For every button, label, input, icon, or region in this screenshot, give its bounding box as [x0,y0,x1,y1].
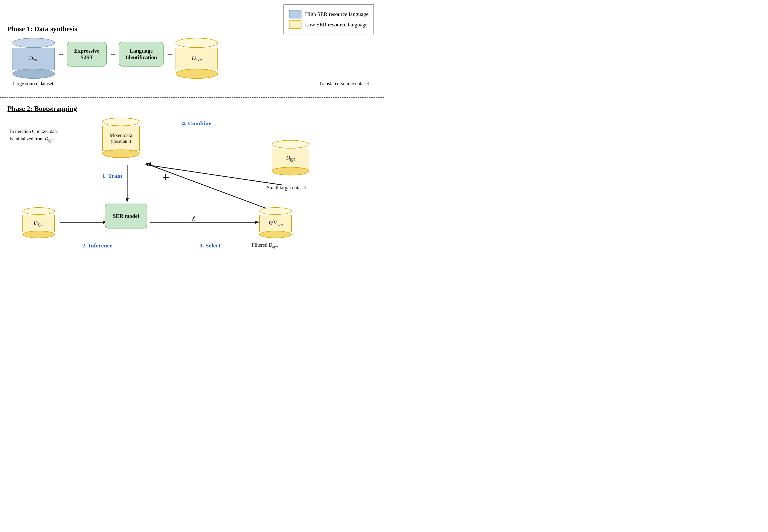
dsyn2-cylinder: Dsyn [22,207,55,238]
small-target-label: Small target dataset [267,185,306,191]
plus-sign: + [162,170,169,185]
dtgt-bottom [272,167,309,175]
dashed-divider [0,97,384,98]
phase2-arrows [7,115,376,260]
dsrc-cylinder: Dsrc [12,38,55,79]
legend-item-high: High SER resource language [289,10,368,18]
dsyn-filtered-cylinder: D(i)syn [259,207,292,238]
langid-box: LanguageIdentification [119,42,164,67]
dtgt-top [272,140,309,149]
step3-label: 3. Select [199,242,220,249]
mixed-top [102,118,140,126]
ser-box: SER model [105,204,147,228]
phase1-section: Phase 1: Data synthesis Dsrc → Expressiv… [7,25,376,86]
mixed-bottom [102,150,140,158]
phase1-flow: Dsrc → ExpressiveS2ST → LanguageIdentifi… [7,38,376,79]
translated-source-label: Translated source dataset [319,81,369,86]
s2st-box: ExpressiveS2ST [67,42,107,67]
svg-marker-1 [126,198,129,202]
iteration-text: In iteration 0, mixed datais initialized… [10,128,58,144]
dsyn2-body: Dsyn [22,215,55,232]
legend-color-blue [289,10,301,18]
chi-label: χ [192,212,195,222]
dsyn-filtered-label: D(i)syn [268,219,283,228]
dsyn-filtered-top [259,207,292,215]
mixed-label: Mixed data(iteration i) [110,132,132,145]
svg-marker-7 [145,162,149,166]
phase2-canvas: In iteration 0, mixed datais initialized… [7,115,376,260]
phase2-heading: Phase 2: Bootstrapping [7,105,376,113]
dsrc-top [12,38,55,48]
arrow2: → [107,50,119,58]
phase2-section: Phase 2: Bootstrapping [7,105,376,259]
legend-label-high: High SER resource language [305,11,368,17]
step2-label: 2. Inference [82,242,112,249]
arrow1: → [55,50,67,58]
dsyn2-top [22,207,55,215]
diagram-container: High SER resource language Low SER resou… [0,0,384,266]
dsrc-label: Dsrc [29,55,38,63]
langid-label: LanguageIdentification [125,48,157,61]
phase1-heading: Phase 1: Data synthesis [7,25,376,33]
ser-label: SER model [113,213,139,219]
dsyn2-label: Dsyn [34,219,44,228]
s2st-label: ExpressiveS2ST [74,48,99,61]
mixed-data-cylinder: Mixed data(iteration i) [102,118,140,158]
arrow3: → [164,50,175,58]
dsyn2-bottom [22,231,55,238]
dtgt-cylinder: Dtgt [272,140,309,175]
dsyn-filtered-body: D(i)syn [259,215,292,232]
dsyn-bottom [175,69,218,79]
dtgt-body: Dtgt [272,149,309,168]
svg-marker-9 [148,162,152,166]
phase1-labels: Large source dataset Translated source d… [7,79,376,86]
large-source-label: Large source dataset [12,81,53,86]
dsyn-cylinder: Dsyn [175,38,218,79]
step4-label: 4. Combine [182,120,211,127]
dsrc-bottom [12,69,55,79]
mixed-body: Mixed data(iteration i) [102,126,140,151]
step1-label: 1. Train [102,172,122,179]
dsrc-body: Dsrc [12,48,55,70]
dsyn-top [175,38,218,48]
dtgt-label: Dtgt [286,154,295,162]
filtered-label: Filtered Dsyn [252,242,278,249]
dsyn-body: Dsyn [175,48,218,70]
dsyn-filtered-bottom [259,231,292,238]
dsyn-label: Dsyn [192,55,202,63]
svg-marker-5 [255,221,259,224]
